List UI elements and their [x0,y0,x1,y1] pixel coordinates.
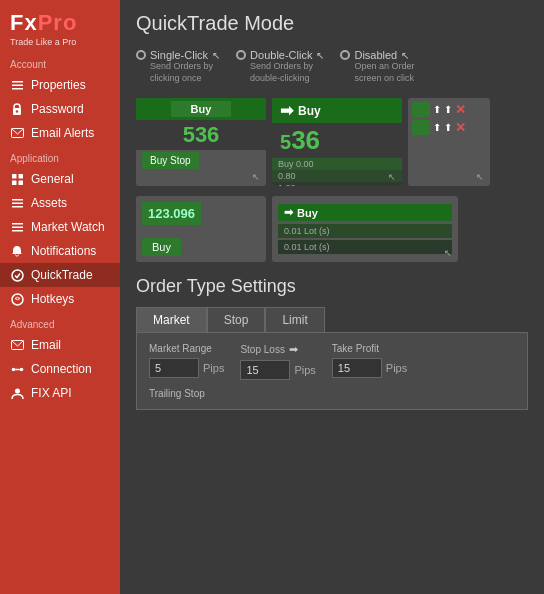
preview-buy-value: Buy 0.00 [278,159,314,169]
svg-point-20 [19,367,23,371]
svg-rect-10 [12,199,23,201]
take-profit-label: Take Profit [332,343,407,354]
sidebar-item-label-connection: Connection [31,362,92,376]
svg-point-4 [16,110,18,112]
market-range-unit: Pips [203,362,224,374]
sidebar-item-properties[interactable]: Properties [0,73,120,97]
btn-row-1: ⬆ ⬆ ✕ [412,102,486,117]
arrow-right-icon: ➡ [280,101,293,120]
preview-qty2: 1.00 [278,183,296,186]
tab-stop[interactable]: Stop [207,307,266,332]
preview-panel-double: ➡ Buy 536 Buy 0.00 0.80 1.00 ↖ [272,98,402,186]
preview-panel-2a: 123.096 Buy [136,196,266,262]
email-icon [10,126,24,140]
logo-fx: Fx [10,10,38,35]
cursor-icon-double: ↖ [316,50,324,61]
settings-row-1: Market Range Pips Stop Loss ➡ Pips Take … [149,343,515,380]
preview-lot2: 0.01 Lot (s) [278,240,452,254]
page-title: QuickTrade Mode [136,12,528,35]
cursor-hint-1: ↖ [252,172,260,182]
fix-api-icon [10,386,24,400]
stop-loss-label: Stop Loss ➡ [240,343,315,356]
sidebar-item-label-password: Password [31,102,84,116]
cursor-hint-2: ↖ [388,172,396,182]
svg-rect-8 [12,180,17,185]
svg-rect-12 [12,206,23,208]
connection-icon [10,362,24,376]
sidebar-item-label-market-watch: Market Watch [31,220,105,234]
hotkeys-icon [10,292,24,306]
arrow-right-icon-2: ➡ [284,206,293,219]
sidebar-item-general[interactable]: General [0,167,120,191]
adv-email-icon [10,338,24,352]
up-arrow-2: ⬆ [444,104,452,115]
sidebar-item-quicktrade[interactable]: QuickTrade [0,263,120,287]
sidebar-item-password[interactable]: Password [0,97,120,121]
sidebar-item-label-quicktrade: QuickTrade [31,268,93,282]
svg-rect-0 [12,81,23,83]
sidebar-item-hotkeys[interactable]: Hotkeys [0,287,120,311]
market-range-label: Market Range [149,343,224,354]
radio-dot-disabled [340,50,350,60]
svg-rect-6 [12,174,17,179]
sidebar-item-email[interactable]: Email [0,333,120,357]
list-icon [10,78,24,92]
preview-panel-disabled: ⬆ ⬆ ✕ ⬆ ⬆ ✕ ↖ [408,98,490,186]
market-range-input[interactable] [149,358,199,378]
svg-rect-13 [12,223,23,225]
radio-disabled[interactable]: Disabled ↖ Open an Orderscreen on click [340,49,414,84]
radio-label-single: Single-Click [150,49,208,61]
stop-loss-input[interactable] [240,360,290,380]
svg-rect-15 [12,230,23,232]
up-arrow-1: ⬆ [433,104,441,115]
preview-qty1: 0.80 [278,171,296,181]
sidebar-item-market-watch[interactable]: Market Watch [0,215,120,239]
stop-loss-arrow: ➡ [289,343,298,356]
sidebar-item-email-alerts[interactable]: Email Alerts [0,121,120,145]
setting-take-profit: Take Profit Pips [332,343,407,378]
svg-rect-1 [12,84,23,86]
section-label-account: Account [0,51,120,73]
sidebar-item-fix-api[interactable]: FIX API [0,381,120,405]
cursor-icon-disabled: ↖ [401,50,409,61]
sidebar-item-label-fix-api: FIX API [31,386,72,400]
sidebar-item-notifications[interactable]: Notifications [0,239,120,263]
lock-icon [10,102,24,116]
market-watch-icon [10,220,24,234]
sidebar-item-label-assets: Assets [31,196,67,210]
tab-market[interactable]: Market [136,307,207,332]
cursor-hint-4: ↖ [444,248,452,258]
preview-lot1: 0.01 Lot (s) [278,224,452,238]
radio-double-click[interactable]: Double-Click ↖ Send Orders bydouble-clic… [236,49,324,84]
preview-buy-btn-2: Buy [142,238,181,256]
tabs-row: Market Stop Limit [136,307,528,332]
sidebar-item-connection[interactable]: Connection [0,357,120,381]
radio-single-click[interactable]: Single-Click ↖ Send Orders byclicking on… [136,49,220,84]
radio-group: Single-Click ↖ Send Orders byclicking on… [136,49,528,84]
setting-stop-loss: Stop Loss ➡ Pips [240,343,315,380]
tab-limit[interactable]: Limit [265,307,324,332]
radio-label-double: Double-Click [250,49,312,61]
green-btn-2 [412,120,430,135]
preview-row-1: Buy 536 Buy Stop ↖ ➡ Buy 536 Buy 0.00 0.… [136,98,528,186]
preview-buy-stop-btn[interactable]: Buy Stop [142,152,199,169]
sidebar-item-label-general: General [31,172,74,186]
take-profit-input[interactable] [332,358,382,378]
sidebar-item-label-email: Email [31,338,61,352]
preview-panel-single: Buy 536 Buy Stop ↖ [136,98,266,186]
general-icon [10,172,24,186]
radio-sublabel-single: Send Orders byclicking once [136,61,213,84]
logo: FxPro Trade Like a Pro [0,0,120,51]
logo-pro: Pro [38,10,78,35]
up-arrow-4: ⬆ [444,122,452,133]
assets-icon [10,196,24,210]
section-label-application: Application [0,145,120,167]
sidebar-item-label-hotkeys: Hotkeys [31,292,74,306]
preview-row-2: 123.096 Buy ➡ Buy 0.01 Lot (s) 0.01 Lot … [136,196,528,262]
preview-panel-2b: ➡ Buy 0.01 Lot (s) 0.01 Lot (s) ↖ [272,196,458,262]
up-arrow-3: ⬆ [433,122,441,133]
cursor-hint-3: ↖ [476,172,484,182]
radio-label-disabled: Disabled [354,49,397,61]
sidebar-item-assets[interactable]: Assets [0,191,120,215]
svg-rect-14 [12,226,23,228]
